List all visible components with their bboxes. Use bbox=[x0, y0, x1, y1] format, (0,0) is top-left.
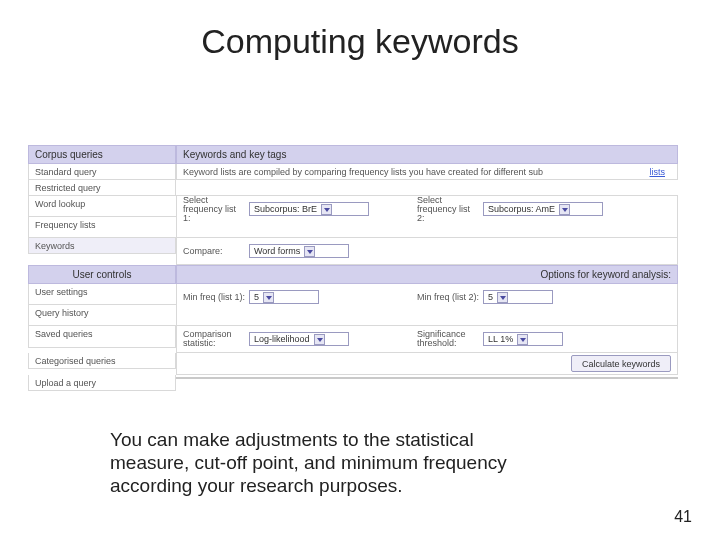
min2-select[interactable]: 5 bbox=[483, 290, 553, 304]
min2-value: 5 bbox=[488, 291, 493, 303]
list2-select[interactable]: Subcorpus: AmE bbox=[483, 202, 603, 216]
divider bbox=[176, 377, 678, 379]
sidebar-item-keywords[interactable]: Keywords bbox=[28, 238, 176, 254]
sidebar-header-corpus: Corpus queries bbox=[28, 145, 176, 164]
chevron-down-icon bbox=[517, 334, 528, 345]
list2-value: Subcorpus: AmE bbox=[488, 203, 555, 215]
sig-label: Significance threshold: bbox=[417, 330, 479, 348]
panel-header-keywords: Keywords and key tags bbox=[176, 145, 678, 164]
intro-text: Keyword lists are compiled by comparing … bbox=[176, 164, 678, 180]
calculate-keywords-button[interactable]: Calculate keywords bbox=[571, 355, 671, 372]
sig-select[interactable]: LL 1% bbox=[483, 332, 563, 346]
sidebar-item-user-settings[interactable]: User settings bbox=[28, 284, 176, 305]
sidebar-item-word-lookup[interactable]: Word lookup bbox=[28, 196, 176, 217]
sidebar-item-frequency-lists[interactable]: Frequency lists bbox=[28, 217, 176, 238]
compare-select[interactable]: Word forms bbox=[249, 244, 349, 258]
min1-value: 5 bbox=[254, 291, 259, 303]
min1-select[interactable]: 5 bbox=[249, 290, 319, 304]
stat-value: Log-likelihood bbox=[254, 333, 310, 345]
list1-label: Select frequency list 1: bbox=[183, 196, 245, 223]
sidebar-header-user: User controls bbox=[28, 265, 176, 284]
intro-text-body: Keyword lists are compiled by comparing … bbox=[183, 166, 543, 178]
panel-header-options: Options for keyword analysis: bbox=[176, 265, 678, 284]
min1-label: Min freq (list 1): bbox=[183, 293, 245, 302]
sidebar-item-saved-queries[interactable]: Saved queries bbox=[28, 326, 176, 348]
list2-label: Select frequency list 2: bbox=[417, 196, 479, 223]
min2-label: Min freq (list 2): bbox=[417, 293, 479, 302]
lists-link[interactable]: lists bbox=[650, 166, 666, 178]
chevron-down-icon bbox=[263, 292, 274, 303]
sidebar-item-restricted-query[interactable]: Restricted query bbox=[28, 180, 176, 196]
app-screenshot: Corpus queries Keywords and key tags Sta… bbox=[28, 145, 678, 391]
sig-value: LL 1% bbox=[488, 333, 513, 345]
chevron-down-icon bbox=[497, 292, 508, 303]
chevron-down-icon bbox=[321, 204, 332, 215]
slide-title: Computing keywords bbox=[0, 22, 720, 61]
chevron-down-icon bbox=[304, 246, 315, 257]
list1-value: Subcorpus: BrE bbox=[254, 203, 317, 215]
chevron-down-icon bbox=[314, 334, 325, 345]
compare-label: Compare: bbox=[183, 247, 245, 256]
chevron-down-icon bbox=[559, 204, 570, 215]
compare-value: Word forms bbox=[254, 245, 300, 257]
sidebar-item-categorised-queries[interactable]: Categorised queries bbox=[28, 353, 176, 369]
stat-select[interactable]: Log-likelihood bbox=[249, 332, 349, 346]
slide-caption: You can make adjustments to the statisti… bbox=[110, 428, 530, 497]
sidebar-item-query-history[interactable]: Query history bbox=[28, 305, 176, 326]
stat-label: Comparison statistic: bbox=[183, 330, 245, 348]
list1-select[interactable]: Subcorpus: BrE bbox=[249, 202, 369, 216]
page-number: 41 bbox=[674, 508, 692, 526]
sidebar-item-standard-query[interactable]: Standard query bbox=[28, 164, 176, 180]
sidebar-item-upload-query[interactable]: Upload a query bbox=[28, 375, 176, 391]
